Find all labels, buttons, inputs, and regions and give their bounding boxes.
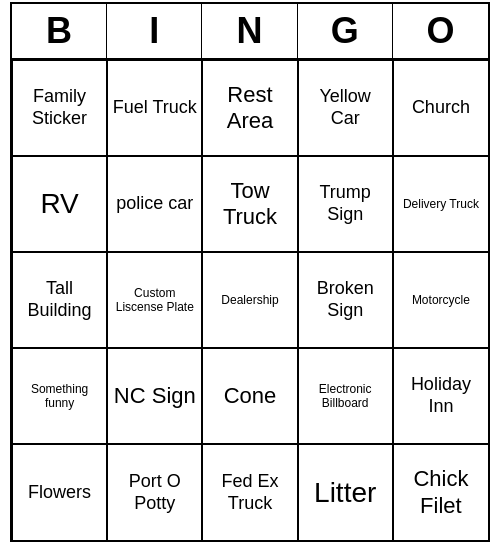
header-letter: G xyxy=(298,4,393,58)
bingo-cell[interactable]: Holiday Inn xyxy=(393,348,488,444)
cell-label: Litter xyxy=(314,476,376,510)
cell-label: Dealership xyxy=(221,293,278,307)
bingo-cell[interactable]: Fuel Truck xyxy=(107,60,202,156)
bingo-cell[interactable]: RV xyxy=(12,156,107,252)
cell-label: Church xyxy=(412,97,470,119)
cell-label: Custom Liscense Plate xyxy=(112,286,197,315)
bingo-cell[interactable]: Dealership xyxy=(202,252,297,348)
cell-label: Yellow Car xyxy=(303,86,388,129)
bingo-cell[interactable]: police car xyxy=(107,156,202,252)
bingo-card: BINGO Family StickerFuel TruckRest AreaY… xyxy=(10,2,490,542)
bingo-cell[interactable]: Yellow Car xyxy=(298,60,393,156)
bingo-cell[interactable]: Fed Ex Truck xyxy=(202,444,297,540)
bingo-cell[interactable]: NC Sign xyxy=(107,348,202,444)
cell-label: Cone xyxy=(224,383,277,409)
cell-label: Chick Filet xyxy=(398,466,484,519)
bingo-cell[interactable]: Tall Building xyxy=(12,252,107,348)
cell-label: Fed Ex Truck xyxy=(207,471,292,514)
bingo-cell[interactable]: Flowers xyxy=(12,444,107,540)
bingo-cell[interactable]: Port O Potty xyxy=(107,444,202,540)
bingo-cell[interactable]: Chick Filet xyxy=(393,444,488,540)
cell-label: Holiday Inn xyxy=(398,374,484,417)
bingo-cell[interactable]: Trump Sign xyxy=(298,156,393,252)
cell-label: Fuel Truck xyxy=(113,97,197,119)
header-letter: O xyxy=(393,4,488,58)
bingo-cell[interactable]: Electronic Billboard xyxy=(298,348,393,444)
cell-label: Flowers xyxy=(28,482,91,504)
bingo-cell[interactable]: Broken Sign xyxy=(298,252,393,348)
bingo-grid: Family StickerFuel TruckRest AreaYellow … xyxy=(12,60,488,540)
bingo-cell[interactable]: Something funny xyxy=(12,348,107,444)
header-letter: N xyxy=(202,4,297,58)
cell-label: Electronic Billboard xyxy=(303,382,388,411)
bingo-cell[interactable]: Church xyxy=(393,60,488,156)
bingo-cell[interactable]: Motorcycle xyxy=(393,252,488,348)
bingo-cell[interactable]: Tow Truck xyxy=(202,156,297,252)
cell-label: Trump Sign xyxy=(303,182,388,225)
cell-label: RV xyxy=(40,187,78,221)
cell-label: police car xyxy=(116,193,193,215)
cell-label: Broken Sign xyxy=(303,278,388,321)
cell-label: Something funny xyxy=(17,382,102,411)
cell-label: Tow Truck xyxy=(207,178,292,231)
bingo-cell[interactable]: Litter xyxy=(298,444,393,540)
bingo-header: BINGO xyxy=(12,4,488,60)
bingo-cell[interactable]: Cone xyxy=(202,348,297,444)
bingo-cell[interactable]: Custom Liscense Plate xyxy=(107,252,202,348)
cell-label: Tall Building xyxy=(17,278,102,321)
bingo-cell[interactable]: Family Sticker xyxy=(12,60,107,156)
bingo-cell[interactable]: Rest Area xyxy=(202,60,297,156)
cell-label: NC Sign xyxy=(114,383,196,409)
header-letter: B xyxy=(12,4,107,58)
cell-label: Motorcycle xyxy=(412,293,470,307)
header-letter: I xyxy=(107,4,202,58)
cell-label: Delivery Truck xyxy=(403,197,479,211)
bingo-cell[interactable]: Delivery Truck xyxy=(393,156,488,252)
cell-label: Family Sticker xyxy=(17,86,102,129)
cell-label: Port O Potty xyxy=(112,471,197,514)
cell-label: Rest Area xyxy=(207,82,292,135)
